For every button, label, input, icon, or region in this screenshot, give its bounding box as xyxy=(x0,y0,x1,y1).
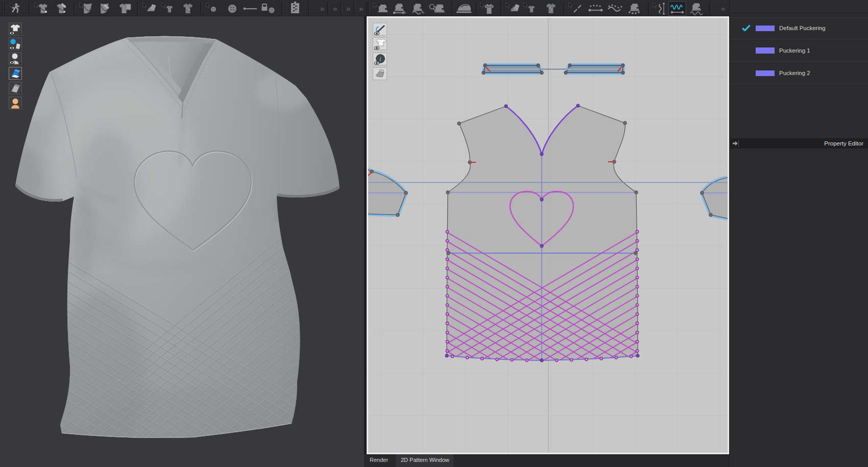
svg-text:»: » xyxy=(320,4,324,13)
svg-text:»: » xyxy=(359,4,363,13)
svg-text:i: i xyxy=(379,55,381,63)
svg-text:»: » xyxy=(346,4,350,13)
svg-text:»: » xyxy=(721,4,725,13)
svg-text:»: » xyxy=(333,4,337,13)
